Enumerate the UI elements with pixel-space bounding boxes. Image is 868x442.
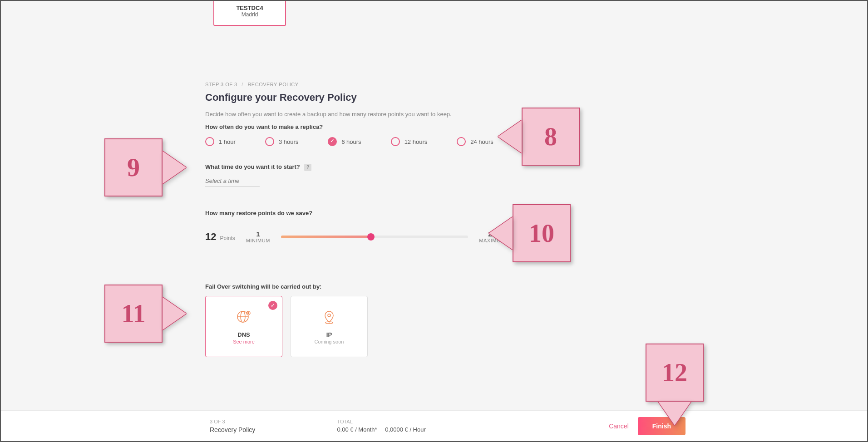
failover-dns-card[interactable]: ✓ DNS See more [205, 296, 282, 357]
failover-dns-seemore[interactable]: See more [233, 339, 255, 344]
svg-point-4 [248, 313, 249, 314]
start-time-question: What time do you want it to start? ? [205, 163, 311, 171]
radio-12hours[interactable]: 12 hours [391, 137, 428, 146]
radio-label: 3 hours [279, 138, 298, 145]
radio-icon [391, 137, 400, 146]
globe-icon [236, 309, 252, 327]
price-hour: 0,0000 € / Hour [385, 426, 426, 433]
cancel-button[interactable]: Cancel [609, 422, 629, 430]
radio-3hours[interactable]: 3 hours [265, 137, 298, 146]
dc-name: TESTDC4 [236, 5, 263, 11]
restore-slider-area: 12 Points 1 MINIMUM 24 MAXIMUM [205, 230, 505, 243]
callout-8: 8 [498, 108, 580, 166]
footer-prices: 0,00 € / Month* 0,0000 € / Hour [337, 426, 425, 433]
finish-button[interactable]: Finish [638, 417, 686, 435]
footer-step-count: 3 OF 3 [210, 419, 255, 424]
radio-icon-checked [328, 137, 337, 146]
breadcrumb-section: RECOVERY POLICY [247, 82, 298, 87]
radio-icon [205, 137, 214, 146]
radio-icon [265, 137, 274, 146]
restore-value: 12 Points [205, 231, 235, 243]
restore-min-value: 1 [256, 230, 260, 238]
pin-icon [321, 309, 337, 327]
restore-max-value: 24 [488, 230, 496, 238]
failover-question: Fail Over switching will be carried out … [205, 283, 321, 290]
restore-min-label: MINIMUM [246, 238, 270, 243]
radio-6hours[interactable]: 6 hours [328, 137, 361, 146]
restore-unit: Points [220, 235, 235, 241]
time-select-input[interactable] [205, 176, 260, 187]
failover-ip-coming: Coming soon [315, 339, 344, 344]
footer-step-name: Recovery Policy [210, 426, 255, 433]
restore-max: 24 MAXIMUM [479, 230, 505, 243]
footer-total: TOTAL 0,00 € / Month* 0,0000 € / Hour [337, 419, 425, 433]
failover-ip-card: IP Coming soon [291, 296, 368, 357]
radio-label: 12 hours [404, 138, 428, 145]
slider-thumb[interactable] [367, 233, 375, 241]
callout-9: 9 [104, 138, 186, 196]
footer-actions: Cancel Finish [609, 417, 686, 435]
restore-question: How many restore points do we save? [205, 210, 312, 216]
page-description: Decide how often you want to create a ba… [205, 111, 452, 118]
footer-bar: 3 OF 3 Recovery Policy TOTAL 0,00 € / Mo… [1, 410, 867, 441]
failover-ip-title: IP [326, 331, 332, 338]
svg-point-5 [328, 314, 330, 317]
slider-fill [281, 236, 371, 238]
breadcrumb-separator: / [242, 82, 243, 87]
datacenter-card[interactable]: TESTDC4 Madrid [213, 0, 286, 26]
breadcrumb-step: STEP 3 OF 3 [205, 82, 237, 87]
help-icon[interactable]: ? [304, 164, 311, 171]
restore-slider[interactable] [281, 236, 468, 238]
restore-max-label: MAXIMUM [479, 238, 505, 243]
radio-label: 24 hours [470, 138, 493, 145]
restore-count: 12 [205, 231, 216, 243]
footer-step: 3 OF 3 Recovery Policy [210, 419, 255, 433]
page-title: Configure your Recovery Policy [205, 92, 357, 103]
failover-options: ✓ DNS See more IP Coming soon [205, 296, 368, 357]
radio-label: 6 hours [341, 138, 361, 145]
replica-question: How often do you want to make a replica? [205, 123, 323, 130]
radio-label: 1 hour [219, 138, 236, 145]
check-icon: ✓ [268, 301, 277, 310]
restore-min: 1 MINIMUM [246, 230, 270, 243]
failover-dns-title: DNS [237, 331, 250, 338]
breadcrumb: STEP 3 OF 3 / RECOVERY POLICY [205, 82, 299, 87]
start-time-label: What time do you want it to start? [205, 163, 300, 170]
callout-11: 11 [104, 285, 186, 343]
radio-icon [457, 137, 466, 146]
dc-location: Madrid [242, 11, 258, 18]
radio-24hours[interactable]: 24 hours [457, 137, 493, 146]
price-month: 0,00 € / Month* [337, 426, 377, 433]
replica-options: 1 hour 3 hours 6 hours 12 hours 24 hours [205, 137, 493, 146]
footer-total-label: TOTAL [337, 419, 425, 424]
radio-1hour[interactable]: 1 hour [205, 137, 236, 146]
